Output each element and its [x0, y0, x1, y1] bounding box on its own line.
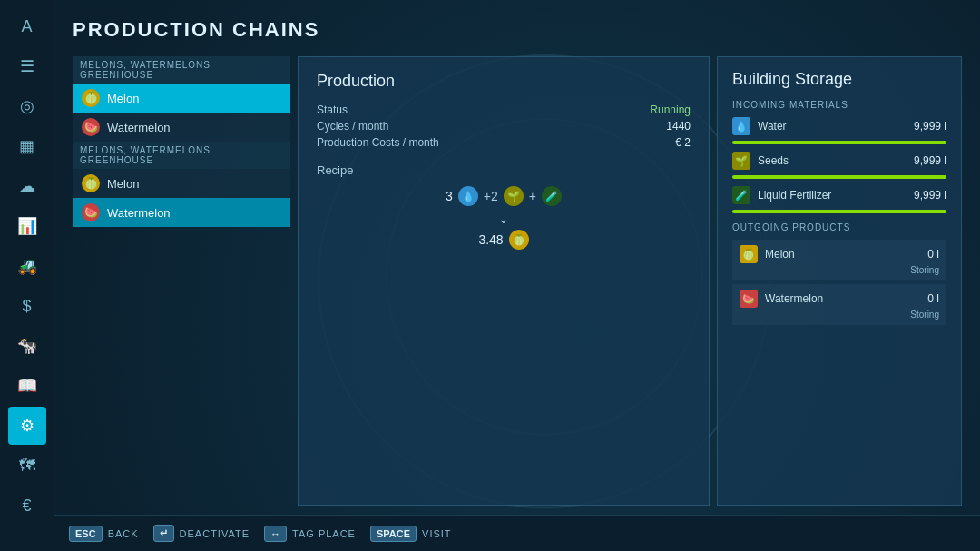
- deactivate-label: DEACTIVATE: [180, 528, 250, 539]
- seeds-storage-icon: 🌱: [732, 152, 750, 170]
- stat-status-label: Status: [317, 103, 348, 116]
- production-stats: Status Running Cycles / month 1440 Produ…: [317, 103, 691, 149]
- seeds-bar: [732, 175, 946, 179]
- stat-cycles: Cycles / month 1440: [317, 120, 691, 133]
- water-bar: [732, 141, 946, 144]
- seeds-bar-container: [732, 175, 946, 179]
- water-storage-icon: 💧: [732, 117, 750, 135]
- seeds-storage-name: Seeds: [758, 154, 906, 167]
- sidebar-item-finance[interactable]: $: [8, 287, 46, 325]
- sidebar-item-menu[interactable]: ☰: [8, 47, 46, 85]
- content-area: MELONS, WATERMELONS GREENHOUSE 🍈 Melon 🍉…: [73, 56, 962, 506]
- stat-costs-label: Production Costs / month: [317, 136, 439, 149]
- outgoing-label: OUTGOING PRODUCTS: [732, 222, 946, 232]
- sidebar-item-a[interactable]: A: [8, 7, 46, 45]
- fertilizer-storage-name: Liquid Fertilizer: [758, 189, 906, 202]
- outgoing-watermelon-icon: 🍉: [740, 290, 758, 308]
- chain-item-melon-1-label: Melon: [107, 92, 139, 105]
- outgoing-watermelon-name: Watermelon: [765, 292, 920, 305]
- hotkey-tagplace: ↔ TAG PLACE: [264, 526, 356, 542]
- outgoing-melon-row: 🍈 Melon 0 l: [740, 245, 939, 263]
- esc-badge: ESC: [69, 526, 103, 542]
- fertilizer-bar-container: [732, 210, 946, 213]
- chain-item-melon-2-label: Melon: [107, 177, 139, 191]
- water-bar-container: [732, 141, 946, 144]
- seeds-storage-value: 9,999 l: [914, 154, 946, 167]
- chain-item-melon-1[interactable]: 🍈 Melon: [73, 84, 290, 113]
- chain-item-melon-2[interactable]: 🍈 Melon: [73, 169, 290, 198]
- watermelon-icon-2: 🍉: [82, 203, 100, 221]
- stat-costs: Production Costs / month € 2: [317, 136, 691, 149]
- outgoing-section: OUTGOING PRODUCTS 🍈 Melon 0 l Storing 🍉 …: [732, 222, 946, 325]
- fertilizer-ingredient-icon: 🧪: [542, 186, 562, 206]
- chain-selected-dot: [276, 95, 281, 101]
- hotkey-deactivate: ↵ DEACTIVATE: [153, 525, 250, 542]
- production-title: Production: [317, 72, 691, 91]
- output-amount: 3.48: [478, 232, 503, 247]
- bottom-bar: ESC BACK ↵ DEACTIVATE ↔ TAG PLACE SPACE …: [54, 515, 980, 551]
- water-storage-name: Water: [758, 120, 906, 133]
- chain-group-1-label: MELONS, WATERMELONS GREENHOUSE: [73, 56, 290, 84]
- sidebar-item-map[interactable]: 🗺: [8, 447, 46, 485]
- outgoing-watermelon-value: 0 l: [927, 292, 939, 305]
- chain-item-watermelon-2-label: Watermelon: [107, 206, 171, 220]
- incoming-label: INCOMING MATERIALS: [732, 100, 946, 110]
- chains-panel: MELONS, WATERMELONS GREENHOUSE 🍈 Melon 🍉…: [73, 56, 290, 506]
- outgoing-melon-icon: 🍈: [740, 245, 758, 263]
- seed-ingredient-icon: 🌱: [504, 186, 524, 206]
- sidebar-item-book[interactable]: 📖: [8, 367, 46, 405]
- sidebar-item-steering[interactable]: ◎: [8, 87, 46, 125]
- visit-badge: SPACE: [370, 526, 416, 542]
- main-content: PRODUCTION CHAINS MELONS, WATERMELONS GR…: [54, 0, 980, 551]
- storage-fertilizer-item: 🧪 Liquid Fertilizer 9,999 l: [732, 186, 946, 204]
- recipe-section: Recipe 3 💧 +2 🌱 + 🧪 ⌄ 3.48 🍈: [317, 163, 691, 250]
- storage-seeds-item: 🌱 Seeds 9,999 l: [732, 152, 946, 170]
- outgoing-melon-name: Melon: [765, 248, 920, 261]
- esc-label: BACK: [108, 528, 139, 539]
- water-amount: 3: [446, 189, 453, 203]
- tagplace-label: TAG PLACE: [292, 528, 356, 539]
- output-melon-icon: 🍈: [509, 230, 529, 250]
- outgoing-watermelon-status: Storing: [740, 310, 939, 320]
- fertilizer-storage-icon: 🧪: [732, 186, 750, 204]
- recipe-inputs-row: 3 💧 +2 🌱 + 🧪: [317, 186, 691, 206]
- deactivate-badge: ↵: [153, 525, 174, 542]
- page-title: PRODUCTION CHAINS: [73, 18, 962, 42]
- sidebar-item-weather[interactable]: ☁: [8, 167, 46, 205]
- tagplace-badge: ↔: [264, 526, 287, 542]
- water-ingredient-icon: 💧: [458, 186, 478, 206]
- sidebar-item-euro[interactable]: €: [8, 487, 46, 525]
- melon-icon-2: 🍈: [82, 174, 100, 192]
- plus-1: +2: [484, 189, 498, 203]
- stat-status: Status Running: [317, 103, 691, 116]
- outgoing-watermelon-row: 🍉 Watermelon 0 l: [740, 290, 939, 308]
- sidebar-item-calendar[interactable]: ▦: [8, 127, 46, 165]
- visit-label: VISIT: [422, 528, 452, 539]
- recipe-arrow: ⌄: [317, 212, 691, 226]
- chain-item-watermelon-2[interactable]: 🍉 Watermelon: [73, 198, 290, 227]
- sidebar: A ☰ ◎ ▦ ☁ 📊 🚜 $ 🐄 📖 ⚙ 🗺 €: [0, 0, 54, 551]
- stat-status-value: Running: [650, 103, 691, 116]
- water-storage-value: 9,999 l: [914, 120, 946, 133]
- watermelon-icon-1: 🍉: [82, 118, 100, 136]
- storage-water-item: 💧 Water 9,999 l: [732, 117, 946, 135]
- hotkey-visit: SPACE VISIT: [370, 526, 452, 542]
- storage-panel: Building Storage INCOMING MATERIALS 💧 Wa…: [717, 56, 962, 506]
- hotkey-esc: ESC BACK: [69, 526, 139, 542]
- sidebar-item-stats[interactable]: 📊: [8, 207, 46, 245]
- sidebar-item-tractor[interactable]: 🚜: [8, 247, 46, 285]
- outgoing-melon-value: 0 l: [927, 248, 939, 261]
- storage-title: Building Storage: [732, 70, 946, 89]
- stat-costs-value: € 2: [675, 136, 691, 149]
- chain-group-2-label: MELONS, WATERMELONS GREENHOUSE: [73, 142, 290, 169]
- recipe-output-row: 3.48 🍈: [317, 230, 691, 250]
- recipe-label: Recipe: [317, 163, 691, 177]
- fertilizer-bar: [732, 210, 946, 213]
- outgoing-melon-item: 🍈 Melon 0 l Storing: [732, 240, 946, 280]
- fertilizer-storage-value: 9,999 l: [914, 189, 946, 202]
- sidebar-item-animals[interactable]: 🐄: [8, 327, 46, 365]
- outgoing-melon-status: Storing: [740, 265, 939, 275]
- chain-item-watermelon-1-label: Watermelon: [107, 121, 171, 134]
- sidebar-item-production[interactable]: ⚙: [8, 407, 46, 445]
- chain-item-watermelon-1[interactable]: 🍉 Watermelon: [73, 113, 290, 142]
